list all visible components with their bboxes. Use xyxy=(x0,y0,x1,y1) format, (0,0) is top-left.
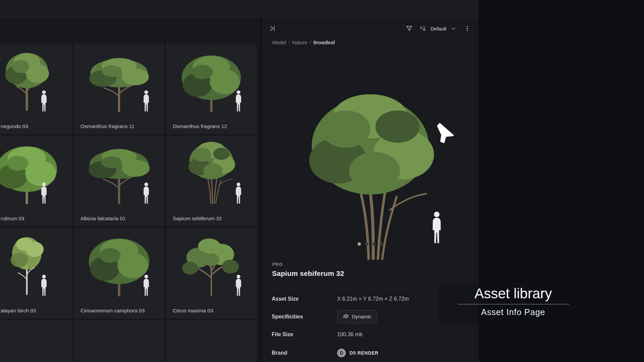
asset-grid-item-label: Cinnamomum camphora 03 xyxy=(80,308,145,314)
breadcrumb-model[interactable]: Model xyxy=(272,40,286,45)
asset-grid-item-cinnamomum-camphora-03[interactable]: Cinnamomum camphora 03 xyxy=(74,228,164,318)
person-scale-icon xyxy=(40,274,48,296)
person-scale-icon xyxy=(40,90,48,112)
brand-row: Brand D D5 RENDER xyxy=(262,344,479,362)
pagination-dot-4[interactable] xyxy=(380,242,383,246)
file-size-value: 100.36 mb xyxy=(329,331,363,338)
asset-grid-item-osmanthus-fragrans-11[interactable]: Osmanthus fragrans 11 xyxy=(74,44,164,134)
asset-grid-item-label: Osmanthus fragrans 12 xyxy=(173,123,227,129)
asset-grid-item-partial[interactable] xyxy=(0,320,72,362)
file-size-row: File Size 100.36 mb xyxy=(262,325,479,344)
asset-grid-item-partial[interactable] xyxy=(74,320,164,362)
tree-thumbnail xyxy=(179,235,244,296)
screenshot-stage: negundo 03 Osmanthus fragrans 11 Osmanth… xyxy=(0,0,644,362)
asset-grid-item-negundo-03[interactable]: negundo 03 xyxy=(0,44,72,134)
filter-icon[interactable] xyxy=(406,25,413,32)
asset-grid-item-label: Citrus maxima 03 xyxy=(173,308,213,314)
asset-preview-viewport xyxy=(262,47,479,252)
asset-grid-item-label: negundo 03 xyxy=(1,123,28,129)
annotation-card: Asset library Asset Info Page xyxy=(438,283,588,324)
asset-grid-item-label: rubrum 03 xyxy=(1,216,24,222)
person-scale-icon xyxy=(40,182,48,204)
person-scale-icon xyxy=(431,211,443,244)
person-scale-icon xyxy=(142,182,150,204)
person-scale-icon xyxy=(234,182,243,204)
asset-grid-item-alayan-birch-03[interactable]: alayan birch 03 xyxy=(0,228,72,318)
asset-grid-item-partial[interactable] xyxy=(166,320,257,362)
breadcrumb: Model / Nature / Broadleaf xyxy=(272,40,335,45)
pro-badge: PRO xyxy=(272,262,283,267)
window-top-bar xyxy=(0,0,479,17)
annotation-subtitle: Asset Info Page xyxy=(481,307,545,317)
person-scale-icon xyxy=(234,90,243,112)
asset-grid-item-osmanthus-fragrans-12[interactable]: Osmanthus fragrans 12 xyxy=(166,44,257,134)
annotation-title: Asset library xyxy=(474,286,552,302)
tree-thumbnail xyxy=(187,140,235,204)
brand-label: Brand xyxy=(262,350,329,356)
brand-value: D D5 RENDER xyxy=(329,349,378,357)
annotation-divider xyxy=(458,304,569,304)
pagination-dot-3[interactable] xyxy=(372,242,376,246)
toolbar: Default xyxy=(406,25,471,32)
asset-grid-item-albizia-falcataria-01[interactable]: Albizia falcataria 01 xyxy=(74,136,164,226)
person-scale-icon xyxy=(142,90,150,112)
dynamic-chip[interactable]: Dynamic xyxy=(337,310,377,323)
breadcrumb-nature[interactable]: Nature xyxy=(292,40,307,45)
asset-grid-item-rubrum-03[interactable]: rubrum 03 xyxy=(0,136,72,226)
asset-grid-item-citrus-maxima-03[interactable]: Citrus maxima 03 xyxy=(166,228,257,318)
app-window: negundo 03 Osmanthus fragrans 11 Osmanth… xyxy=(0,0,479,362)
breadcrumb-separator: / xyxy=(310,40,311,45)
tree-thumbnail xyxy=(179,52,244,112)
asset-grid-item-label: Albizia falcataria 01 xyxy=(80,216,125,222)
brand-name: D5 RENDER xyxy=(350,350,378,356)
tree-thumbnail xyxy=(0,143,62,204)
breadcrumb-separator: / xyxy=(288,40,290,45)
pagination-dot-2[interactable] xyxy=(365,242,368,246)
asset-grid-item-label: Osmanthus fragrans 11 xyxy=(80,123,135,129)
file-size-label: File Size xyxy=(262,331,329,338)
asset-grid-panel: negundo 03 Osmanthus fragrans 11 Osmanth… xyxy=(0,17,260,362)
asset-grid-item-label: Sapium sebiferum 32 xyxy=(173,216,222,222)
asset-size-label: Asset Size xyxy=(262,296,329,302)
pagination-dot-1[interactable] xyxy=(358,242,361,246)
dynamic-chip-label: Dynamic xyxy=(352,314,371,319)
person-scale-icon xyxy=(234,274,243,296)
asset-preview-image xyxy=(307,87,434,262)
asset-title: Sapium sebiferum 32 xyxy=(272,269,344,278)
asset-grid: negundo 03 Osmanthus fragrans 11 Osmanth… xyxy=(0,44,257,362)
asset-grid-item-sapium-sebiferum-32[interactable]: Sapium sebiferum 32 xyxy=(166,136,257,226)
asset-grid-item-label: alayan birch 03 xyxy=(1,308,36,314)
specificities-label: Specificities xyxy=(262,314,329,320)
breadcrumb-broadleaf: Broadleaf xyxy=(313,40,335,45)
cube-icon xyxy=(343,314,349,320)
collapse-panel-icon[interactable] xyxy=(269,25,276,32)
more-options-icon[interactable] xyxy=(464,25,471,32)
sort-icon[interactable] xyxy=(419,25,426,32)
cursor-arrow-icon xyxy=(434,122,456,144)
sort-order-value[interactable]: Default xyxy=(430,26,446,32)
d5-render-logo-icon: D xyxy=(337,349,346,357)
chevron-down-icon[interactable] xyxy=(450,25,457,32)
asset-size-value: X 6.21m × Y 6.72m × Z 6.72m xyxy=(329,296,409,302)
person-scale-icon xyxy=(142,274,150,296)
preview-pagination xyxy=(358,242,383,246)
